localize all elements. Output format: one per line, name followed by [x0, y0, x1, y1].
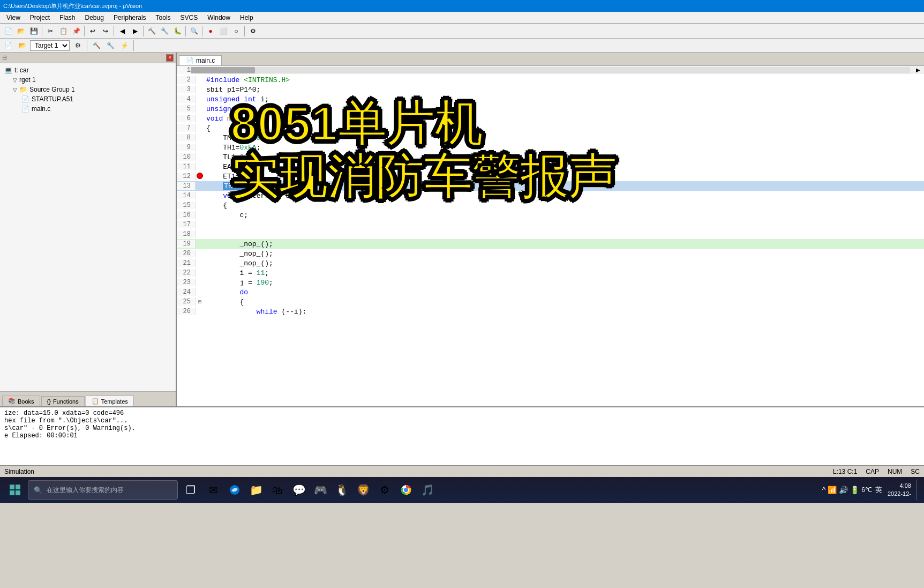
taskbar-game-icon[interactable]: 🎮 — [311, 480, 330, 500]
build-all-btn[interactable]: 🔧 — [159, 25, 170, 37]
tray-volume-icon[interactable]: 🔊 — [839, 486, 848, 494]
sep7 — [244, 26, 245, 36]
target-select[interactable]: Target 1 — [30, 40, 70, 51]
taskbar-wechat-icon[interactable]: 💬 — [289, 480, 309, 500]
code-line-4: 4 unsigned int i; — [177, 94, 924, 104]
menu-svcs[interactable]: SVCS — [176, 13, 202, 23]
scroll-track[interactable] — [191, 67, 910, 73]
line-code-20: _nop_(); — [204, 250, 273, 258]
menu-peripherals[interactable]: Peripherals — [109, 13, 151, 23]
save-btn[interactable]: 💾 — [28, 25, 40, 37]
language-indicator[interactable]: 英 — [875, 485, 882, 495]
menu-help[interactable]: Help — [236, 13, 258, 23]
tree-item-target[interactable]: ▽ rget 1 — [11, 75, 174, 85]
horizontal-scrollbar[interactable]: ◀ ▶ — [177, 65, 924, 74]
tree-item-project[interactable]: 💻 t: car — [2, 65, 174, 75]
new-file-btn[interactable]: 📄 — [2, 25, 14, 37]
run-btn[interactable]: ● — [205, 25, 216, 37]
taskbar-edge-icon[interactable] — [225, 480, 244, 500]
clock[interactable]: 4:08 2022-12- — [885, 482, 913, 498]
menu-debug[interactable]: Debug — [81, 13, 108, 23]
settings-btn[interactable]: ⚙ — [247, 25, 259, 37]
build-btn[interactable]: 🔨 — [146, 25, 157, 37]
taskbar-keil-icon[interactable]: ⚙ — [375, 480, 394, 500]
tree-item-startup[interactable]: 📄 STARTUP.A51 — [19, 94, 174, 104]
copy-btn[interactable]: 📋 — [57, 25, 69, 37]
taskbar-music-icon[interactable]: 🎵 — [418, 480, 437, 500]
line-num-13: 13 — [177, 182, 196, 190]
open-btn[interactable]: 📂 — [15, 25, 27, 37]
panel-close-btn[interactable]: ✕ — [166, 54, 174, 62]
line-code-11: EA=1; — [204, 163, 244, 171]
find-btn[interactable]: 🔍 — [188, 25, 200, 37]
start-button[interactable] — [4, 479, 26, 501]
new-target-btn[interactable]: 📄 — [2, 40, 14, 51]
undo-btn[interactable]: ↩ — [87, 25, 99, 37]
code-line-8: 8 TMOD=0x10; — [177, 133, 924, 143]
menu-project[interactable]: Project — [26, 13, 54, 23]
menu-window[interactable]: Window — [203, 13, 235, 23]
clock-time: 4:08 — [888, 482, 911, 490]
editor-tab-main[interactable]: 📄 main.c — [179, 55, 222, 65]
menu-tools[interactable]: Tools — [152, 13, 175, 23]
scroll-thumb[interactable] — [191, 67, 255, 73]
target-rebuild-btn[interactable]: 🔧 — [104, 40, 116, 51]
taskbar-right: ^ 📶 🔊 🔋 6℃ 英 4:08 2022-12- — [822, 477, 920, 503]
search-box[interactable]: 🔍 在这里输入你要搜索的内容 — [28, 480, 178, 500]
target-arrow: ▽ — [13, 77, 17, 83]
tree-item-main[interactable]: 📄 main.c — [19, 104, 174, 114]
nav-back-btn[interactable]: ◀ — [116, 25, 128, 37]
redo-btn[interactable]: ↪ — [100, 25, 111, 37]
task-view-btn[interactable]: ❐ — [180, 479, 201, 501]
tab-functions[interactable]: {} Functions — [41, 396, 85, 406]
taskbar-mail-icon[interactable]: ✉ — [204, 480, 223, 500]
tab-books[interactable]: 📚 Books — [2, 396, 40, 406]
startup-icon: 📄 — [21, 95, 29, 103]
tray-network-icon[interactable]: 📶 — [828, 486, 837, 494]
tree-item-source-group[interactable]: ▽ 📁 Source Group 1 — [11, 85, 174, 94]
taskbar-brave-icon[interactable]: 🦁 — [354, 480, 373, 500]
tab-books-label: Books — [18, 398, 34, 405]
system-tray: ^ 📶 🔊 🔋 6℃ — [822, 486, 872, 494]
stop-btn[interactable]: ⬜ — [217, 25, 229, 37]
open-target-btn[interactable]: 📂 — [16, 40, 28, 51]
line-code-8: TMOD=0x10; — [204, 134, 265, 142]
code-view[interactable]: 1 #include <REGX51.H> 2 #include <INTRIN… — [177, 65, 924, 406]
code-line-19: 19 _nop_(); — [177, 239, 924, 249]
menu-view[interactable]: View — [2, 13, 25, 23]
sep6 — [202, 26, 202, 36]
line-code-10: TL1=0xDA; — [204, 153, 260, 161]
menu-flash[interactable]: Flash — [55, 13, 79, 23]
nav-fwd-btn[interactable]: ▶ — [129, 25, 141, 37]
tray-up-arrow[interactable]: ^ — [822, 486, 826, 494]
line-num-6: 6 — [177, 115, 196, 122]
tree-label-source-group: Source Group 1 — [29, 86, 75, 93]
tab-templates[interactable]: 📋 Templates — [86, 396, 134, 406]
show-desktop-btn[interactable] — [917, 479, 920, 501]
step-btn[interactable]: ○ — [230, 25, 242, 37]
editor-area: 📄 main.c 8051单片机 实现消防车警报声 1 #include <RE… — [177, 53, 924, 406]
line-code-5: unsigned int j; — [204, 105, 269, 113]
build-line-2: hex file from ".\Objects\car"... — [4, 417, 920, 425]
line-num-24: 24 — [177, 288, 196, 296]
taskbar-qq-icon[interactable]: 🐧 — [332, 480, 351, 500]
paste-btn[interactable]: 📌 — [70, 25, 82, 37]
breakpoint-dot[interactable] — [197, 173, 203, 179]
target-options-btn[interactable]: ⚙ — [72, 40, 84, 51]
menu-bar: View Project Flash Debug Peripherals Too… — [0, 12, 924, 24]
tray-battery-icon[interactable]: 🔋 — [850, 486, 859, 494]
line-num-17: 17 — [177, 221, 196, 228]
debug-btn[interactable]: 🐛 — [171, 25, 183, 37]
line-num-18: 18 — [177, 230, 196, 238]
target-build-btn[interactable]: 🔨 — [91, 40, 102, 51]
editor-tab-icon: 📄 — [186, 57, 194, 64]
taskbar-folder-icon[interactable]: 📁 — [246, 480, 266, 500]
cut-btn[interactable]: ✂ — [44, 25, 56, 37]
code-line-17: 17 — [177, 220, 924, 229]
taskbar-chrome-icon[interactable] — [396, 480, 416, 500]
line-num-2: 2 — [177, 76, 196, 84]
line-num-26: 26 — [177, 308, 196, 315]
line-code-14: void interrupt uns int 05 — [204, 192, 336, 200]
target-flash-btn[interactable]: ⚡ — [118, 40, 130, 51]
taskbar-store-icon[interactable]: 🛍 — [268, 480, 287, 500]
